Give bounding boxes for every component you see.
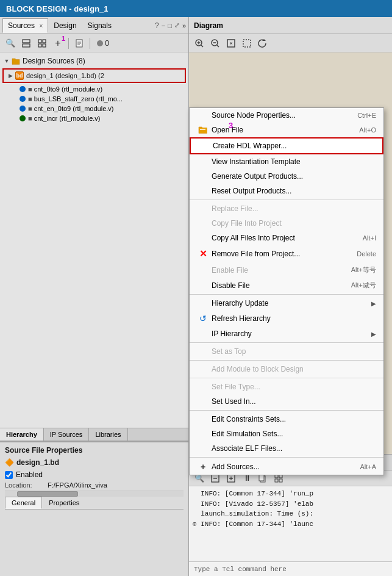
- menu-sep-4: [190, 360, 383, 361]
- title-text: BLOCK DESIGN - design_1: [6, 4, 109, 13]
- menu-sep-2: [190, 294, 383, 295]
- menu-hierarchy-update[interactable]: Hierarchy Update ▶: [190, 296, 383, 311]
- menu-add-module: Add Module to Block Design: [190, 362, 383, 376]
- menu-replace-file: Replace File...: [190, 201, 383, 216]
- menu-reset-output[interactable]: Reset Output Products...: [190, 184, 383, 198]
- context-menu: Source Node Properties... Ctrl+E Open Fi…: [189, 107, 384, 475]
- menu-sep-6: [190, 410, 383, 411]
- menu-generate-output[interactable]: Generate Output Products...: [190, 169, 383, 184]
- remove-icon: ✕: [197, 248, 209, 259]
- menu-sep-5: [190, 378, 383, 378]
- add-sources-icon: +: [197, 462, 209, 472]
- context-menu-overlay: Source Node Properties... Ctrl+E Open Fi…: [0, 17, 392, 576]
- main-container: Sources × Design Signals ? − □ ⤢ »: [0, 17, 392, 576]
- menu-view-inst-template[interactable]: View Instantiation Template: [190, 154, 383, 169]
- menu-sep-7: [190, 457, 383, 458]
- menu-set-as-top: Set as Top: [190, 344, 383, 359]
- title-bar: BLOCK DESIGN - design_1: [0, 0, 392, 17]
- menu-enable-file: Enable File Alt+等号: [190, 262, 383, 278]
- menu-edit-simulation[interactable]: Edit Simulation Sets...: [190, 427, 383, 441]
- menu-copy-file: Copy File Into Project: [190, 216, 383, 231]
- submenu-arrow-2: ▶: [371, 331, 376, 337]
- menu-source-node-props[interactable]: Source Node Properties... Ctrl+E: [190, 108, 383, 123]
- menu-disable-file[interactable]: Disable File Alt+减号: [190, 278, 383, 293]
- open-file-icon: [197, 126, 209, 134]
- menu-copy-all-files[interactable]: Copy All Files Into Project Alt+I: [190, 231, 383, 245]
- menu-open-file[interactable]: Open File 3 Alt+O: [190, 123, 383, 137]
- submenu-arrow-1: ▶: [371, 300, 376, 307]
- menu-refresh-hierarchy[interactable]: ↺ Refresh Hierarchy: [190, 311, 383, 326]
- menu-create-hdl-wrapper[interactable]: Create HDL Wrapper...: [190, 137, 383, 154]
- menu-set-used-in[interactable]: Set Used In...: [190, 394, 383, 409]
- menu-associate-elf[interactable]: Associate ELF Files...: [190, 441, 383, 456]
- menu-edit-constraints[interactable]: Edit Constraints Sets...: [190, 412, 383, 427]
- menu-ip-hierarchy[interactable]: IP Hierarchy ▶: [190, 326, 383, 341]
- menu-sep-1: [190, 200, 383, 200]
- menu-remove-file[interactable]: ✕ Remove File from Project... Delete: [190, 245, 383, 262]
- annotation-3: 3: [229, 121, 233, 130]
- menu-set-file-type: Set File Type...: [190, 380, 383, 394]
- refresh-icon: ↺: [197, 314, 209, 323]
- menu-add-sources[interactable]: + Add Sources... Alt+A: [190, 459, 383, 475]
- menu-sep-3: [190, 342, 383, 343]
